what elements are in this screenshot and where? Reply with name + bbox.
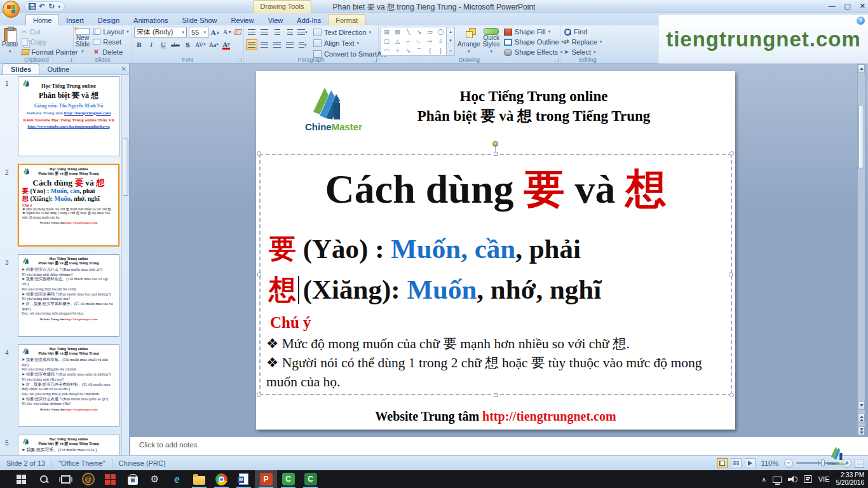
shapes-gallery[interactable]: ▤▧╲↘▭◯ ▢△⌐∟⇨⇩ ◠✧∿⌒{} (381, 27, 447, 56)
tab-animations[interactable]: Animations (126, 15, 175, 25)
slide-note-heading[interactable]: Chú ý (270, 314, 311, 332)
slide-bullets[interactable]: ❖ Mức độ mong muốn của chữ 要 mạnh hơn nh… (266, 334, 717, 391)
selection-handle[interactable] (257, 393, 261, 397)
drawing-dialog-launcher[interactable] (554, 58, 559, 62)
increase-indent-button[interactable] (284, 27, 295, 37)
strikethrough-button[interactable]: abc (170, 39, 180, 50)
panel-close-icon[interactable]: ✕ (121, 65, 126, 72)
align-center-button[interactable] (259, 39, 270, 50)
cut-button[interactable]: ✂ Cut (20, 27, 79, 36)
save-icon[interactable] (29, 3, 36, 10)
panel-tab-slides[interactable]: Slides (3, 64, 39, 74)
zoom-slider-thumb[interactable] (821, 459, 825, 466)
tab-home[interactable]: Home (25, 14, 59, 25)
help-icon[interactable]: ? (857, 17, 865, 25)
slide-thumbnail-4[interactable]: Học Tiếng Trung online Phân biệt 要 và 想 … (18, 344, 119, 427)
maximize-button[interactable]: ▢ (844, 1, 850, 11)
italic-button[interactable]: I (146, 39, 156, 50)
layout-button[interactable]: Layout▾ (92, 27, 130, 36)
bullets-button[interactable] (246, 27, 257, 37)
close-button[interactable]: ✕ (860, 1, 865, 11)
taskbar-app-red[interactable] (99, 470, 121, 488)
slide-sorter-button[interactable] (731, 458, 742, 468)
redo-icon[interactable]: ↻ (48, 3, 55, 10)
find-button[interactable]: Find (562, 27, 613, 36)
slide-thumbnail-2[interactable]: Học Tiếng Trung online Phân biệt 要 và 想 … (18, 164, 119, 247)
justify-button[interactable] (284, 39, 295, 50)
minimize-button[interactable]: — (828, 1, 835, 11)
taskbar-app-circle[interactable]: @ (77, 470, 99, 488)
slide-thumbnail-3[interactable]: Học Tiếng Trung online Phân biệt 要 và 想 … (18, 254, 119, 337)
numbering-button[interactable] (259, 27, 270, 37)
tab-format[interactable]: Format (328, 14, 365, 25)
paragraph-dialog-launcher[interactable] (372, 58, 377, 62)
select-button[interactable]: ➤ Select▾ (562, 48, 613, 57)
columns-button[interactable]: ▾ (297, 39, 308, 50)
taskbar-search[interactable] (32, 470, 55, 488)
taskbar-powerpoint[interactable]: P (255, 470, 277, 488)
undo-icon[interactable]: ↶ (39, 3, 45, 10)
language-indicator[interactable]: Chinese (PRC) (112, 459, 172, 467)
new-slide-button[interactable]: New Slide ▾ (76, 27, 90, 56)
slide-canvas[interactable]: ChineMaster Học Tiếng Trung online Phân … (256, 71, 735, 430)
taskbar-file-explorer[interactable] (188, 470, 210, 488)
slide-thumbnail-1[interactable]: Học Tiếng Trung online Phân biệt 要 và 想 … (18, 76, 119, 156)
normal-view-button[interactable] (717, 458, 728, 468)
reset-button[interactable]: Reset (92, 37, 130, 46)
taskbar-clock[interactable]: 2:33 PM 5/20/2016 (836, 471, 865, 487)
tab-review[interactable]: Review (224, 15, 261, 25)
font-color-button[interactable]: A▾ (221, 39, 231, 50)
network-icon[interactable] (773, 477, 782, 483)
hidden-icons-button[interactable]: ∧ (761, 476, 766, 483)
taskbar-camtasia[interactable]: C (277, 470, 299, 488)
panel-scrollbar[interactable] (121, 75, 129, 455)
editor-scrollbar-thumb[interactable] (858, 105, 864, 168)
rotation-handle[interactable] (492, 141, 498, 147)
underline-button[interactable]: U (158, 39, 168, 50)
tab-design[interactable]: Design (91, 15, 126, 25)
tab-add-ins[interactable]: Add-Ins (290, 15, 328, 25)
decrease-indent-button[interactable] (271, 27, 283, 37)
change-case-button[interactable]: Aa▾ (208, 39, 219, 50)
editor-scrollbar[interactable] (857, 64, 865, 436)
shape-fill-button[interactable]: Shape Fill▾ (503, 27, 565, 36)
align-left-button[interactable] (246, 39, 257, 50)
font-dialog-launcher[interactable] (238, 58, 242, 62)
taskbar-camtasia-recorder[interactable]: C (299, 470, 322, 488)
font-size-combo[interactable]: 55▾ (189, 27, 208, 37)
taskbar-word[interactable]: W (233, 470, 255, 488)
clear-formatting-icon[interactable] (234, 29, 242, 35)
slide-header[interactable]: Học Tiếng Trung online Phân biệt 要 và 想 … (345, 86, 722, 126)
text-shadow-button[interactable]: S (182, 39, 193, 50)
office-button[interactable] (3, 1, 20, 18)
slide-yao-line[interactable]: 要 (Yào) : Muốn, cần, phải (269, 231, 581, 267)
scroll-up-button[interactable] (858, 64, 865, 73)
task-view-button[interactable] (55, 470, 77, 488)
slide-footer[interactable]: Website Trung tâm http://tiengtrungnet.c… (256, 409, 735, 424)
bold-button[interactable]: B (134, 39, 144, 50)
grow-font-button[interactable]: A▲ (210, 27, 220, 37)
zoom-out-button[interactable]: − (784, 459, 793, 468)
delete-button[interactable]: Delete (92, 48, 130, 57)
slide-title[interactable]: Cách dùng 要 và 想 (256, 160, 735, 219)
align-right-button[interactable] (271, 39, 283, 50)
shrink-font-button[interactable]: A▼ (222, 27, 233, 37)
selection-handle[interactable] (729, 393, 734, 397)
copy-button[interactable]: Copy (20, 37, 79, 46)
language-switcher[interactable]: VIE (818, 475, 830, 483)
arrange-button[interactable]: Arrange ▾ (458, 27, 480, 56)
selection-handle[interactable] (494, 152, 498, 156)
taskbar-store[interactable] (121, 470, 144, 488)
selection-handle[interactable] (257, 273, 261, 276)
action-center-icon[interactable] (804, 475, 812, 483)
slideshow-button[interactable] (745, 458, 756, 468)
selection-handle[interactable] (729, 273, 733, 276)
taskbar-settings[interactable]: ⚙ (144, 470, 166, 488)
slide-thumbnail-5[interactable]: Học Tiếng Trung online Phân biệt 要 và 想 … (18, 435, 119, 455)
taskbar-chrome[interactable] (210, 470, 233, 488)
zoom-level[interactable]: 110% (761, 459, 778, 467)
paste-button[interactable]: Paste ▾ (2, 27, 18, 56)
selection-handle[interactable] (729, 151, 734, 156)
panel-scrollbar-thumb[interactable] (123, 139, 128, 196)
replace-button[interactable]: ⇄ Replace▾ (562, 37, 613, 46)
